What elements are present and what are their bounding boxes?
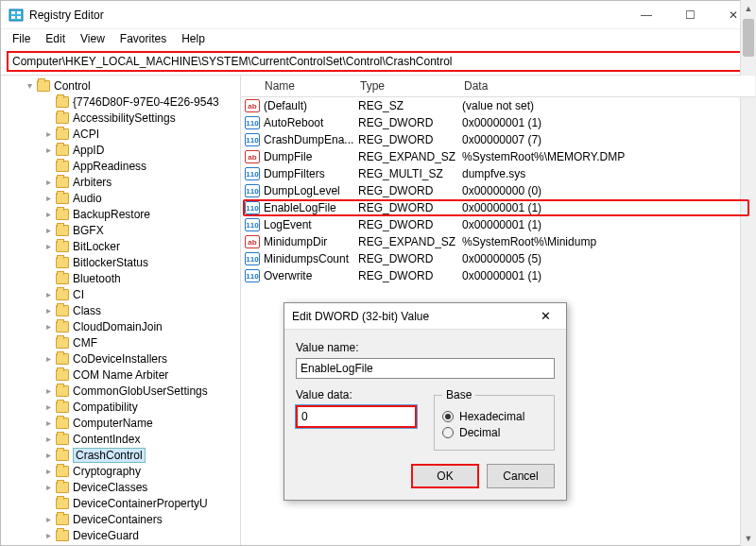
value-row-dumpfile[interactable]: abDumpFileREG_EXPAND_SZ%SystemRoot%\MEMO…: [241, 148, 755, 165]
tree-item-codeviceinstallers[interactable]: ▸CoDeviceInstallers: [1, 350, 240, 367]
expand-icon[interactable]: ▸: [43, 466, 54, 477]
value-row-dumploglevel[interactable]: 110DumpLogLevelREG_DWORD0x00000000 (0): [241, 182, 755, 199]
dialog-close-button[interactable]: ✕: [532, 303, 558, 330]
tree-item-commonglobusersettings[interactable]: ▸CommonGlobUserSettings: [1, 383, 240, 399]
tree-item-deviceguard[interactable]: ▸DeviceGuard: [1, 527, 240, 543]
tree-item-accessibilitysettings[interactable]: AccessibilitySettings: [1, 110, 240, 126]
expand-icon[interactable]: ▸: [43, 321, 54, 333]
maximize-button[interactable]: ☐: [668, 1, 712, 29]
tree-item-crashcontrol[interactable]: ▸CrashControl: [1, 447, 240, 463]
menu-view[interactable]: View: [73, 30, 112, 47]
value-row-overwrite[interactable]: 110OverwriteREG_DWORD0x00000001 (1): [241, 267, 755, 284]
col-data[interactable]: Data: [458, 76, 755, 96]
expand-icon[interactable]: ▸: [43, 289, 54, 300]
value-row-default[interactable]: ab(Default)REG_SZ(value not set): [241, 97, 755, 114]
tree-item-bluetooth[interactable]: Bluetooth: [1, 270, 240, 286]
svg-rect-4: [17, 16, 21, 19]
expand-icon[interactable]: ▸: [43, 177, 54, 188]
value-data: 0x00000005 (5): [462, 252, 755, 265]
tree-item-compatibility[interactable]: ▸Compatibility: [1, 399, 240, 415]
tree-item-devicecontainers[interactable]: ▸DeviceContainers: [1, 511, 240, 527]
tree-item-appid[interactable]: ▸AppID: [1, 142, 240, 158]
address-bar[interactable]: Computer\HKEY_LOCAL_MACHINE\SYSTEM\Curre…: [7, 51, 749, 72]
value-row-crashdumpena[interactable]: 110CrashDumpEna...REG_DWORD0x00000007 (7…: [241, 131, 755, 148]
tree-pane[interactable]: ▾Control{7746D80F-97E0-4E26-9543Accessib…: [1, 76, 241, 545]
expand-icon[interactable]: ▸: [43, 353, 54, 365]
tree-item-acpi[interactable]: ▸ACPI: [1, 126, 240, 142]
value-name-input[interactable]: [296, 358, 555, 379]
tree-label: AccessibilitySettings: [73, 111, 176, 125]
tree-item-deviceclasses[interactable]: ▸DeviceClasses: [1, 479, 240, 495]
tree-item-backuprestore[interactable]: ▸BackupRestore: [1, 206, 240, 222]
tree-label: COM Name Arbiter: [73, 368, 168, 382]
value-row-logevent[interactable]: 110LogEventREG_DWORD0x00000001 (1): [241, 216, 755, 233]
menu-edit[interactable]: Edit: [38, 30, 73, 47]
tree-item-cmf[interactable]: CMF: [1, 334, 240, 350]
tree-item-appreadiness[interactable]: AppReadiness: [1, 158, 240, 174]
dword-value-icon: 110: [245, 201, 260, 214]
tree-item-arbiters[interactable]: ▸Arbiters: [1, 174, 240, 190]
expand-icon[interactable]: ▸: [43, 241, 54, 252]
tree-item-ci[interactable]: ▸CI: [1, 286, 240, 302]
tree-label: Bluetooth: [73, 272, 121, 285]
spacer: [43, 161, 54, 172]
menu-file[interactable]: File: [5, 30, 38, 47]
tree-label: Arbiters: [73, 176, 112, 189]
tree-label: BitLocker: [73, 240, 120, 253]
value-row-minidumpdir[interactable]: abMinidumpDirREG_EXPAND_SZ%SystemRoot%\M…: [241, 233, 755, 250]
expand-icon[interactable]: ▸: [43, 482, 54, 493]
tree-item-bgfx[interactable]: ▸BGFX: [1, 222, 240, 238]
expand-icon[interactable]: ▸: [43, 128, 54, 140]
menu-help[interactable]: Help: [174, 30, 213, 47]
expand-icon[interactable]: ▸: [43, 401, 54, 413]
expand-icon[interactable]: ▸: [43, 225, 54, 236]
expand-icon[interactable]: ▸: [43, 514, 54, 525]
collapse-icon[interactable]: ▾: [24, 80, 35, 92]
value-type: REG_DWORD: [358, 252, 462, 265]
dword-value-icon: 110: [245, 218, 260, 231]
value-row-minidumpscount[interactable]: 110MinidumpsCountREG_DWORD0x00000005 (5): [241, 250, 755, 267]
value-name: MinidumpsCount: [264, 252, 358, 265]
value-name: DumpLogLevel: [264, 184, 358, 197]
menu-favorites[interactable]: Favorites: [112, 30, 174, 47]
list-header[interactable]: Name Type Data: [241, 76, 755, 97]
radio-hex[interactable]: Hexadecimal: [442, 410, 546, 423]
expand-icon[interactable]: ▸: [43, 385, 54, 397]
tree-item-bitlocker[interactable]: ▸BitLocker: [1, 238, 240, 254]
menubar: File Edit View Favorites Help: [1, 29, 755, 48]
value-row-enablelogfile[interactable]: 110EnableLogFileREG_DWORD0x00000001 (1): [241, 199, 755, 216]
expand-icon[interactable]: ▸: [43, 193, 54, 204]
value-name: CrashDumpEna...: [264, 133, 358, 146]
tree-item-clouddomainjoin[interactable]: ▸CloudDomainJoin: [1, 318, 240, 334]
tree-item-comnamearbiter[interactable]: COM Name Arbiter: [1, 367, 240, 383]
value-row-dumpfilters[interactable]: 110DumpFiltersREG_MULTI_SZdumpfve.sys: [241, 165, 755, 182]
expand-icon[interactable]: ▸: [43, 209, 54, 220]
expand-icon[interactable]: ▸: [43, 305, 54, 316]
tree-item-contentindex[interactable]: ▸ContentIndex: [1, 431, 240, 447]
value-data-input[interactable]: [296, 405, 417, 428]
expand-icon[interactable]: ▸: [43, 418, 54, 429]
tree-item-7746d80f97e04e269543[interactable]: {7746D80F-97E0-4E26-9543: [1, 94, 240, 110]
expand-icon[interactable]: ▸: [43, 450, 54, 461]
expand-icon[interactable]: ▸: [43, 145, 54, 156]
tree-item-bitlockerstatus[interactable]: BitlockerStatus: [1, 254, 240, 270]
cancel-button[interactable]: Cancel: [487, 464, 555, 488]
tree-label: DeviceClasses: [73, 481, 147, 494]
tree-item-class[interactable]: ▸Class: [1, 302, 240, 318]
radio-dec[interactable]: Decimal: [442, 426, 546, 439]
titlebar[interactable]: Registry Editor — ☐ ✕: [1, 1, 755, 29]
folder-icon: [56, 128, 69, 140]
col-name[interactable]: Name: [241, 76, 354, 96]
tree-item-cryptography[interactable]: ▸Cryptography: [1, 463, 240, 479]
value-row-autoreboot[interactable]: 110AutoRebootREG_DWORD0x00000001 (1): [241, 114, 755, 131]
col-type[interactable]: Type: [354, 76, 458, 96]
tree-item-audio[interactable]: ▸Audio: [1, 190, 240, 206]
tree-item-computername[interactable]: ▸ComputerName: [1, 415, 240, 431]
expand-icon[interactable]: ▸: [43, 434, 54, 445]
dialog-titlebar[interactable]: Edit DWORD (32-bit) Value ✕: [284, 303, 566, 330]
tree-root-control[interactable]: ▾Control: [1, 77, 240, 94]
minimize-button[interactable]: —: [625, 1, 668, 29]
tree-item-devicecontainerpropertyu[interactable]: DeviceContainerPropertyU: [1, 495, 240, 511]
expand-icon[interactable]: ▸: [43, 530, 54, 541]
ok-button[interactable]: OK: [411, 464, 479, 488]
